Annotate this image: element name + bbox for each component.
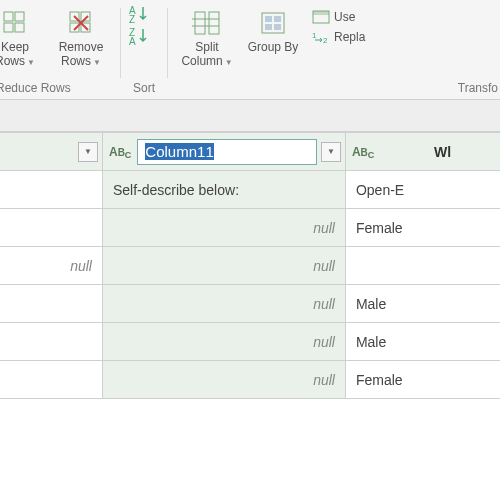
table-cell[interactable]: Male [345,323,500,361]
group-by-icon [258,6,288,40]
split-column-button[interactable]: Split Column▼ [176,4,238,72]
table-cell[interactable] [0,361,102,399]
svg-rect-15 [209,12,219,34]
ribbon-divider [167,8,168,78]
use-headers-icon [312,10,330,24]
svg-rect-20 [274,16,281,22]
split-column-icon [192,6,222,40]
table-cell[interactable] [0,285,102,323]
table-cell[interactable]: null [0,247,102,285]
filter-button[interactable]: ▼ [78,142,98,162]
abc-type-icon: ABC [350,145,376,159]
sort-desc-icon: ZA [129,26,151,46]
ribbon-group-reduce-rows: Keep Rows▼ Remove Rows▼ Reduce Rows [0,0,114,99]
svg-rect-22 [274,24,281,30]
formula-bar-area [0,100,500,132]
sort-desc-button[interactable]: ZA [129,26,151,46]
group-label-sort: Sort [127,79,161,99]
column-rename-input[interactable] [142,142,312,161]
table-cell[interactable]: null [102,361,345,399]
keep-rows-icon [2,6,28,40]
svg-rect-2 [4,23,13,32]
group-by-button[interactable]: Group By [242,4,304,56]
table-cell[interactable]: Open-E [345,171,500,209]
table-cell[interactable]: Self-describe below: [102,171,345,209]
svg-rect-3 [15,23,24,32]
table-cell[interactable]: Female [345,209,500,247]
svg-rect-0 [4,12,13,21]
ribbon-group-sort: AZ ZA Sort [127,0,161,99]
svg-rect-14 [195,12,205,34]
filter-button[interactable]: ▼ [321,142,341,162]
sort-asc-button[interactable]: AZ [129,4,151,24]
svg-text:2: 2 [323,36,328,44]
svg-text:Z: Z [129,14,135,24]
table-cell[interactable]: Male [345,285,500,323]
table-cell[interactable] [345,247,500,285]
table-cell[interactable] [0,209,102,247]
column-header[interactable]: ▼ [0,133,102,171]
abc-type-icon: ABC [107,145,133,159]
replace-values-icon: 12 [312,30,330,44]
table-cell[interactable] [0,323,102,361]
data-table: ▼ ABC ▼ ABC Wl Self-describe below: [0,132,500,399]
table-cell[interactable]: null [102,323,345,361]
column-header-editing[interactable]: ABC ▼ [102,133,345,171]
svg-rect-19 [265,16,272,22]
svg-text:A: A [129,36,136,46]
replace-values-button[interactable]: 12 Repla [310,28,367,46]
remove-rows-icon [68,6,94,40]
small-button-stack: Use 12 Repla [308,4,369,50]
column-header-label: Wl [380,144,500,160]
table-area: ▼ ABC ▼ ABC Wl Self-describe below: [0,132,500,500]
svg-rect-1 [15,12,24,21]
table-cell[interactable]: null [102,209,345,247]
use-headers-button[interactable]: Use [310,8,367,26]
svg-rect-24 [313,11,329,15]
ribbon-group-transform: Split Column▼ Group By Use 12 Repla Tran… [174,0,500,99]
group-label-transform: Transfo [174,79,500,99]
svg-rect-21 [265,24,272,30]
table-cell[interactable]: null [102,285,345,323]
ribbon-divider [120,8,121,78]
column-header[interactable]: ABC Wl [345,133,500,171]
group-label-reduce-rows: Reduce Rows [0,79,114,99]
table-cell[interactable]: null [102,247,345,285]
table-cell[interactable] [0,171,102,209]
svg-text:1: 1 [312,31,317,40]
sort-asc-icon: AZ [129,4,151,24]
remove-rows-button[interactable]: Remove Rows▼ [50,4,112,72]
table-cell[interactable]: Female [345,361,500,399]
ribbon: Keep Rows▼ Remove Rows▼ Reduce Rows AZ Z… [0,0,500,100]
keep-rows-button[interactable]: Keep Rows▼ [0,4,46,72]
